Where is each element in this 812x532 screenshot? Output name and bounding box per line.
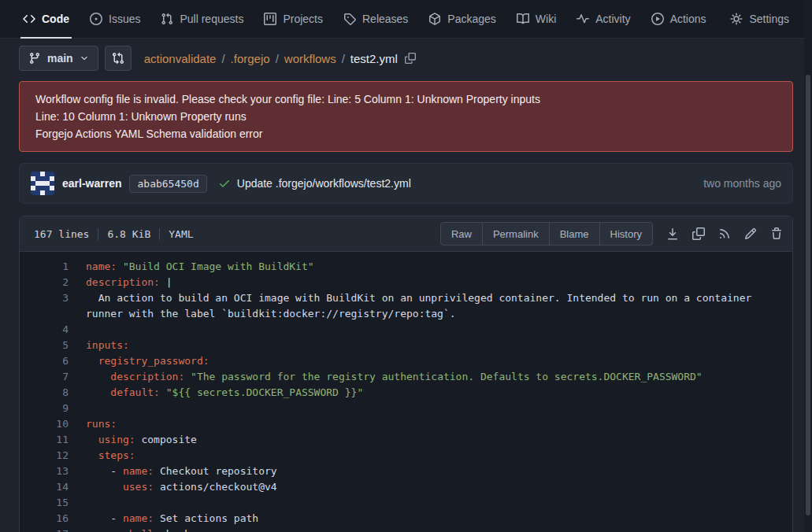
nav-tab-wiki[interactable]: Wiki — [506, 0, 566, 38]
commit-status-check[interactable] — [218, 177, 231, 190]
line-number[interactable]: 5 — [20, 338, 69, 353]
commit-hash[interactable]: abab65450d — [129, 175, 206, 193]
issue-icon — [90, 13, 102, 25]
nav-tab-pull-requests[interactable]: Pull requests — [150, 0, 254, 38]
nav-tab-label: Releases — [362, 13, 408, 25]
copy-path-button[interactable] — [405, 53, 416, 64]
breadcrumb-link[interactable]: .forgejo — [231, 52, 270, 65]
commit-author[interactable]: earl-warren — [62, 177, 121, 190]
line-number[interactable]: 1 — [20, 259, 69, 275]
avatar[interactable] — [31, 172, 54, 195]
line-number[interactable]: 4 — [20, 322, 69, 338]
nav-tab-releases[interactable]: Releases — [333, 0, 418, 38]
nav-tab-code[interactable]: Code — [13, 0, 80, 38]
commit-time: two months ago — [703, 177, 781, 190]
code-line: 2description: | — [20, 275, 792, 290]
edit-icon — [744, 227, 757, 240]
package-icon — [428, 13, 441, 25]
code-line: 8 default: "${{ secrets.DOCKER_PASSWORD … — [20, 385, 792, 401]
commit-bar: earl-warren abab65450d Update .forgejo/w… — [19, 163, 793, 204]
line-number[interactable]: 15 — [20, 495, 69, 511]
nav-tab-projects[interactable]: Projects — [254, 0, 333, 38]
code-line: 1name: "Build OCI Image with BuildKit" — [20, 259, 792, 275]
main-content: main actionvalidate/.forgejo/workflows/t… — [0, 39, 812, 532]
stat-divider — [98, 228, 98, 240]
download-button[interactable] — [666, 227, 679, 240]
breadcrumb-link[interactable]: workflows — [284, 52, 336, 65]
code-line: 14 uses: actions/checkout@v4 — [20, 479, 792, 495]
download-icon — [666, 227, 679, 240]
line-content — [86, 495, 792, 511]
delete-button[interactable] — [770, 227, 783, 240]
copy-icon — [405, 53, 416, 64]
code-line: 9 — [20, 401, 792, 416]
edit-button[interactable] — [744, 227, 757, 240]
check-icon — [218, 177, 231, 190]
line-content: - name: Checkout repository — [86, 464, 792, 479]
blame-button[interactable]: Blame — [550, 222, 600, 246]
nav-tab-issues[interactable]: Issues — [80, 0, 150, 38]
breadcrumb-separator: / — [342, 52, 345, 65]
error-line: Line: 10 Column 1: Unknown Property runs — [35, 108, 777, 125]
compare-icon — [112, 52, 124, 65]
settings-label: Settings — [749, 13, 789, 25]
pull-request-icon — [161, 13, 173, 25]
line-content: inputs: — [86, 338, 792, 353]
tag-icon — [343, 13, 356, 25]
file-actions: RawPermalinkBlameHistory — [440, 222, 783, 246]
line-content: description: | — [86, 275, 792, 290]
line-content: default: "${{ secrets.DOCKER_PASSWORD }}… — [86, 385, 792, 401]
branch-selector[interactable]: main — [19, 46, 98, 71]
stat-divider — [159, 228, 160, 240]
line-number[interactable]: 3 — [20, 290, 69, 322]
nav-tab-packages[interactable]: Packages — [418, 0, 506, 38]
project-icon — [264, 13, 276, 25]
nav-tab-activity[interactable]: Activity — [566, 0, 640, 38]
line-number[interactable]: 12 — [20, 448, 69, 464]
breadcrumb-link[interactable]: actionvalidate — [144, 52, 217, 65]
error-banner: Workflow config file is invalid. Please … — [19, 81, 793, 152]
code-icon — [23, 13, 35, 25]
nav-tab-settings[interactable]: Settings — [720, 0, 799, 38]
compare-button[interactable] — [105, 46, 132, 71]
line-number[interactable]: 10 — [20, 416, 69, 432]
line-content: shell: bash — [86, 526, 792, 532]
line-number[interactable]: 16 — [20, 511, 69, 526]
scrollbar[interactable] — [804, 0, 812, 532]
line-number[interactable]: 11 — [20, 432, 69, 448]
line-number[interactable]: 9 — [20, 401, 69, 416]
line-content: description: "The password for the regis… — [86, 369, 792, 385]
commit-message[interactable]: Update .forgejo/workflows/test2.yml — [237, 177, 411, 190]
copy-button[interactable] — [692, 227, 705, 240]
breadcrumb: actionvalidate/.forgejo/workflows/test2.… — [144, 52, 416, 65]
line-number[interactable]: 7 — [20, 369, 69, 385]
line-content: name: "Build OCI Image with BuildKit" — [86, 259, 792, 275]
code-line: 6 registry_password: — [20, 353, 792, 369]
nav-tab-label: Code — [42, 13, 69, 25]
play-icon — [651, 13, 664, 25]
line-number[interactable]: 2 — [20, 275, 69, 290]
file-language: YAML — [169, 228, 193, 240]
error-line: Workflow config file is invalid. Please … — [35, 91, 777, 108]
nav-tab-actions[interactable]: Actions — [641, 0, 717, 38]
line-number[interactable]: 8 — [20, 385, 69, 401]
line-content: An action to build an OCI image with Bui… — [86, 290, 792, 322]
line-number[interactable]: 13 — [20, 464, 69, 479]
delete-icon — [770, 227, 783, 240]
branch-icon — [28, 52, 41, 65]
line-number[interactable]: 14 — [20, 479, 69, 495]
line-number[interactable]: 17 — [20, 526, 69, 532]
rss-icon — [718, 227, 731, 240]
gear-icon — [730, 13, 743, 25]
line-content: steps: — [86, 448, 792, 464]
code-line: 15 — [20, 495, 792, 511]
code-line: 10runs: — [20, 416, 792, 432]
scrollbar-thumb[interactable] — [806, 75, 810, 515]
line-content — [86, 401, 792, 416]
line-number[interactable]: 6 — [20, 353, 69, 369]
rss-button[interactable] — [718, 227, 731, 240]
code-line: 12 steps: — [20, 448, 792, 464]
history-button[interactable]: History — [600, 222, 653, 246]
raw-button[interactable]: Raw — [440, 222, 483, 246]
permalink-button[interactable]: Permalink — [483, 222, 550, 246]
